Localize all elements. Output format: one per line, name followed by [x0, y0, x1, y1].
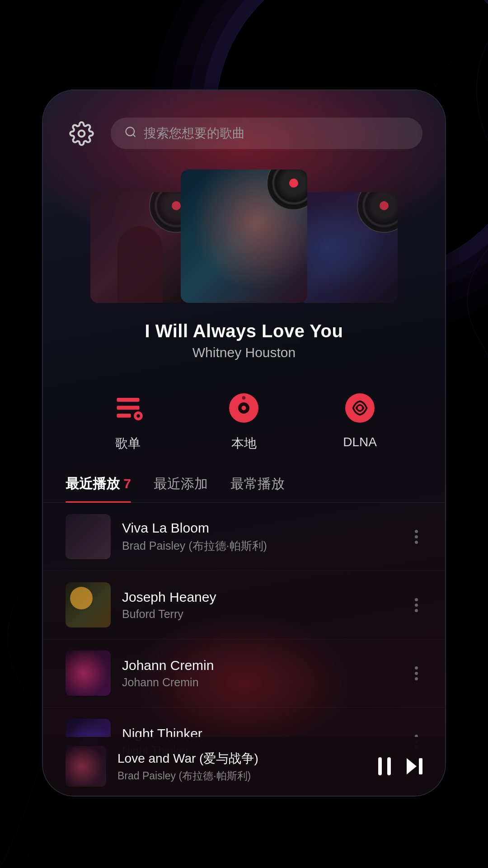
- nav-item-local[interactable]: 本地: [224, 387, 264, 452]
- song-title-1: Viva La Bloom: [122, 520, 399, 536]
- song-title-3: Johann Cremin: [122, 658, 399, 673]
- nav-label-local: 本地: [231, 435, 257, 452]
- svg-point-0: [78, 130, 84, 137]
- svg-point-1: [126, 127, 135, 136]
- song-thumb-1: [66, 514, 111, 559]
- album-carousel: [43, 163, 445, 307]
- song-thumb-2: [66, 582, 111, 627]
- song-artist-2: Buford Terry: [122, 608, 399, 621]
- featured-song-title: I Will Always Love You: [43, 321, 445, 341]
- pause-bar-left: [378, 757, 382, 775]
- next-button[interactable]: [407, 758, 422, 774]
- dlna-icon: [343, 391, 377, 425]
- tabs-bar: 最近播放 7 最近添加 最常播放: [43, 461, 445, 503]
- song-item-2[interactable]: Joseph Heaney Buford Terry: [43, 571, 445, 639]
- local-icon: [227, 391, 261, 425]
- phone-content: 搜索您想要的歌曲 I Will Always Love You: [43, 90, 445, 796]
- bar-song-artist: Brad Paisley (布拉德·帕斯利): [117, 769, 367, 783]
- tab-recent[interactable]: 最近播放 7: [66, 475, 131, 502]
- bar-controls: [378, 757, 422, 775]
- svg-point-9: [242, 406, 246, 410]
- more-button-3[interactable]: [410, 662, 422, 685]
- song-title-2: Joseph Heaney: [122, 590, 399, 605]
- now-playing-info: I Will Always Love You Whitney Houston: [43, 307, 445, 365]
- more-button-1[interactable]: [410, 525, 422, 548]
- header: 搜索您想要的歌曲: [43, 90, 445, 163]
- local-icon-container: [224, 387, 264, 428]
- next-triangle: [407, 758, 417, 774]
- more-button-2[interactable]: [410, 594, 422, 617]
- bar-thumb-image: [66, 746, 106, 787]
- nav-item-playlist[interactable]: 歌单: [108, 387, 148, 452]
- song-item-1[interactable]: Viva La Bloom Brad Paisley (布拉德·帕斯利): [43, 503, 445, 571]
- album-card-center[interactable]: [181, 170, 307, 303]
- search-bar[interactable]: 搜索您想要的歌曲: [111, 118, 422, 149]
- song-artist-1: Brad Paisley (布拉德·帕斯利): [122, 538, 399, 553]
- song-list: Viva La Bloom Brad Paisley (布拉德·帕斯利) Jos…: [43, 503, 445, 776]
- bar-thumbnail: [66, 746, 106, 787]
- song-artist-3: Johann Cremin: [122, 676, 399, 689]
- phone-shell: 搜索您想要的歌曲 I Will Always Love You: [43, 90, 445, 796]
- nav-icons: 歌单 本地: [43, 365, 445, 461]
- album-card-right[interactable]: [298, 192, 398, 303]
- song-info-1: Viva La Bloom Brad Paisley (布拉德·帕斯利): [122, 520, 399, 553]
- search-input[interactable]: 搜索您想要的歌曲: [144, 125, 245, 142]
- song-item-3[interactable]: Johann Cremin Johann Cremin: [43, 639, 445, 708]
- search-icon: [124, 126, 137, 142]
- dlna-icon-container: [340, 387, 380, 428]
- bar-song-title: Love and War (爱与战争): [117, 750, 367, 767]
- tab-added[interactable]: 最近添加: [154, 475, 208, 502]
- featured-song-artist: Whitney Houston: [43, 345, 445, 360]
- now-playing-bar[interactable]: Love and War (爱与战争) Brad Paisley (布拉德·帕斯…: [43, 737, 445, 796]
- settings-button[interactable]: [66, 118, 97, 149]
- song-info-3: Johann Cremin Johann Cremin: [122, 658, 399, 689]
- album-card-left[interactable]: [90, 192, 190, 303]
- svg-rect-4: [117, 414, 131, 418]
- pause-bar-right: [387, 757, 391, 775]
- svg-rect-2: [117, 398, 139, 402]
- playlist-icon: [111, 391, 145, 425]
- nav-label-playlist: 歌单: [115, 435, 141, 452]
- song-thumb-3: [66, 651, 111, 696]
- bar-info: Love and War (爱与战争) Brad Paisley (布拉德·帕斯…: [117, 750, 367, 783]
- next-bar: [419, 758, 422, 774]
- svg-point-12: [358, 406, 362, 410]
- nav-item-dlna[interactable]: DLNA: [340, 387, 380, 452]
- play-pause-button[interactable]: [378, 757, 391, 775]
- svg-rect-3: [117, 406, 139, 410]
- gear-icon: [69, 121, 94, 146]
- nav-label-dlna: DLNA: [343, 435, 377, 449]
- svg-point-6: [136, 414, 140, 418]
- svg-point-10: [242, 396, 246, 400]
- playlist-icon-container: [108, 387, 148, 428]
- tab-frequent[interactable]: 最常播放: [230, 475, 285, 502]
- song-info-2: Joseph Heaney Buford Terry: [122, 590, 399, 621]
